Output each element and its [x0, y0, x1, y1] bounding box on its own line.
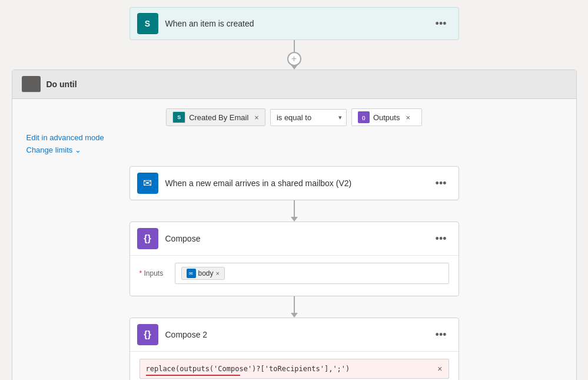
created-by-email-icon: S [172, 111, 185, 123]
email-card: ✉ When a new email arrives in a shared m… [129, 166, 459, 200]
email-more-dots: ••• [436, 177, 447, 190]
compose2-expression-row: replace(outputs('Compose')?['toRecipient… [139, 359, 449, 379]
compose-inputs-field[interactable]: ✉ body × [175, 263, 449, 284]
operator-select[interactable]: is equal to is not equal to is greater t… [270, 109, 347, 126]
compose-card-more-button[interactable]: ••• [431, 230, 451, 247]
connector-line-1 [294, 40, 295, 52]
add-step-button[interactable]: + [287, 52, 301, 66]
expression-underline [146, 375, 240, 376]
inner-flow: ✉ When a new email arrives in a shared m… [26, 166, 562, 380]
v-line-1 [294, 200, 295, 217]
compose2-card-more-button[interactable]: ••• [431, 326, 451, 343]
edit-advanced-link[interactable]: Edit in advanced mode [26, 133, 562, 142]
email-icon: ✉ [143, 177, 152, 190]
links-section: Edit in advanced mode Change limits ⌄ [26, 133, 562, 161]
body-tag-label: body [198, 269, 214, 277]
compose-card-body: Inputs ✉ body × [130, 255, 459, 296]
compose-more-dots: ••• [436, 233, 447, 245]
change-limits-chevron: ⌄ [75, 146, 81, 154]
outputs-close[interactable]: × [406, 113, 410, 122]
outputs-label: Outputs [373, 113, 400, 122]
compose-card-title: Compose [165, 234, 431, 243]
body-tag-close[interactable]: × [216, 270, 220, 277]
created-by-email-label: Created By Email [189, 113, 248, 122]
compose2-card-icon: {} [137, 324, 158, 345]
outputs-tag: {} Outputs × [351, 108, 422, 126]
trigger-title: When an item is created [165, 19, 431, 28]
compose2-icon: {} [144, 329, 151, 340]
trigger-icon: S [137, 13, 158, 34]
compose2-card-header: {} Compose 2 ••• [130, 318, 459, 351]
canvas: S When an item is created ••• + Do until [0, 0, 588, 380]
compose-card-header: {} Compose ••• [130, 222, 459, 255]
condition-row: S Created By Email × is equal to is not … [166, 108, 422, 126]
change-limits-label: Change limits [26, 146, 73, 154]
compose-compose2-connector [291, 296, 298, 318]
email-card-icon: ✉ [137, 173, 158, 194]
v-line-2 [294, 296, 295, 313]
trigger-more-dots: ••• [436, 18, 447, 30]
outputs-icon: {} [358, 111, 370, 123]
compose-inputs-row: Inputs ✉ body × [139, 263, 449, 284]
created-by-email-tag: S Created By Email × [166, 108, 265, 126]
expression-close-button[interactable]: × [437, 364, 442, 374]
trigger-more-button[interactable]: ••• [431, 15, 451, 32]
body-tag-icon: ✉ [187, 269, 196, 278]
compose-card-icon: {} [137, 228, 158, 249]
change-limits-link[interactable]: Change limits ⌄ [26, 146, 82, 154]
connector-arrow-1 [291, 65, 298, 70]
back-button[interactable] [22, 76, 41, 92]
compose-card: {} Compose ••• Inputs [129, 222, 459, 296]
compose2-card-body: replace(outputs('Compose')?['toRecipient… [130, 351, 459, 380]
compose2-more-dots: ••• [436, 329, 447, 341]
arrow-2 [291, 313, 298, 318]
do-until-header: Do until [12, 70, 576, 99]
body-tag: ✉ body × [181, 267, 225, 280]
compose2-card-title: Compose 2 [165, 330, 431, 339]
email-compose-connector [291, 200, 298, 222]
email-card-title: When a new email arrives in a shared mai… [165, 179, 431, 188]
compose-inputs-label: Inputs [139, 269, 175, 277]
arrow-1 [291, 217, 298, 222]
email-card-header: ✉ When a new email arrives in a shared m… [130, 167, 459, 200]
compose2-card: {} Compose 2 ••• replace(outputs('Compos… [129, 318, 459, 380]
do-until-container: Do until S Created By Email × is equal t… [12, 70, 577, 380]
compose-icon: {} [144, 233, 151, 244]
compose2-expression-text: replace(outputs('Compose')?['toRecipient… [146, 365, 350, 373]
email-card-more-button[interactable]: ••• [431, 175, 451, 192]
trigger-icon-letter: S [145, 19, 150, 28]
do-until-body: S Created By Email × is equal to is not … [12, 99, 576, 380]
trigger-connector: + [287, 40, 301, 70]
trigger-card: S When an item is created ••• [129, 7, 459, 40]
created-by-email-close[interactable]: × [254, 113, 259, 122]
do-until-title: Do until [46, 80, 77, 89]
plus-icon: + [291, 54, 297, 64]
operator-select-wrapper: is equal to is not equal to is greater t… [270, 109, 347, 126]
